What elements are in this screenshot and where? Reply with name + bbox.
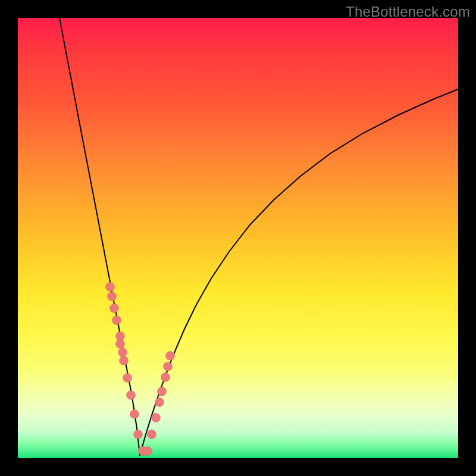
outer-frame: TheBottleneck.com [0, 0, 476, 476]
heat-gradient-background [18, 18, 458, 458]
watermark-label: TheBottleneck.com [346, 4, 470, 20]
plot-area [18, 18, 458, 458]
